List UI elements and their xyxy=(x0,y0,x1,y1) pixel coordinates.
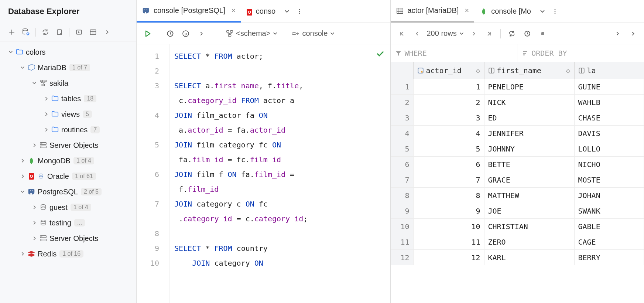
cell-first-name[interactable]: GRACE xyxy=(484,172,575,187)
tab-overflow-dropdown[interactable] xyxy=(281,8,292,14)
cell-first-name[interactable]: ED xyxy=(484,110,575,125)
reload-button[interactable] xyxy=(506,28,518,40)
jump-to-console-button[interactable] xyxy=(54,27,65,37)
open-query-console-button[interactable] xyxy=(74,27,84,37)
orderby-filter-input[interactable]: ORDER BY xyxy=(517,44,644,62)
table-row[interactable]: 55JOHNNYLOLLO xyxy=(391,141,644,157)
table-row[interactable]: 1010CHRISTIANGABLE xyxy=(391,219,644,234)
cell-last-name[interactable]: WAHLB xyxy=(575,95,644,110)
tree-db-oracle[interactable]: O Oracle 1 of 61 xyxy=(0,168,136,184)
first-page-button[interactable] xyxy=(396,28,408,40)
explain-plan-button[interactable]: p xyxy=(180,28,192,40)
run-button[interactable] xyxy=(142,28,154,40)
table-row[interactable]: 22NICKWAHLB xyxy=(391,95,644,110)
cell-first-name[interactable]: KARL xyxy=(484,250,575,265)
tree-db-redis[interactable]: Redis 1 of 16 xyxy=(0,246,136,262)
sort-icon[interactable]: ◇ xyxy=(566,66,570,75)
cell-last-name[interactable]: GUINE xyxy=(575,79,644,94)
cell-first-name[interactable]: PENELOPE xyxy=(484,79,575,94)
prev-page-button[interactable] xyxy=(411,28,423,40)
inspection-ok-icon[interactable] xyxy=(376,50,384,58)
tree-schema-sakila[interactable]: sakila xyxy=(0,75,136,91)
more-tools-button[interactable] xyxy=(627,28,639,40)
tree-db-guest[interactable]: guest 1 of 4 xyxy=(0,200,136,215)
table-row[interactable]: 11PENELOPEGUINE xyxy=(391,79,644,95)
tree-db-testing[interactable]: testing ... xyxy=(0,215,136,231)
tree-db-postgres[interactable]: PostgreSQL 2 of 5 xyxy=(0,184,136,200)
cell-first-name[interactable]: MATTHEW xyxy=(484,188,575,203)
close-icon[interactable]: × xyxy=(232,6,236,15)
tab-more-button[interactable] xyxy=(293,8,306,14)
cell-last-name[interactable]: MOSTE xyxy=(575,172,644,187)
cell-first-name[interactable]: JOE xyxy=(484,203,575,218)
code-editor[interactable]: 123 4 5 6 7 8910 SELECT * FROM actor; SE… xyxy=(137,44,390,303)
last-page-button[interactable] xyxy=(483,28,495,40)
next-page-button[interactable] xyxy=(468,28,480,40)
tab-console-postgres[interactable]: console [PostgreSQL] × xyxy=(137,0,241,23)
open-table-button[interactable] xyxy=(88,27,98,37)
page-rows-selector[interactable]: 200 rows xyxy=(427,29,464,38)
tree-db-mariadb[interactable]: MariaDB 1 of 7 xyxy=(0,60,136,75)
tab-console-oracle[interactable]: O conso xyxy=(242,0,281,23)
tree-server-objects[interactable]: Server Objects xyxy=(0,231,136,246)
column-header-last-name[interactable]: la xyxy=(575,62,644,79)
cell-last-name[interactable]: BERRY xyxy=(575,250,644,265)
tab-actor-mariadb[interactable]: actor [MariaDB] × xyxy=(391,0,475,23)
next-result-button[interactable] xyxy=(612,28,623,40)
cell-last-name[interactable]: SWANK xyxy=(575,203,644,218)
stop-button[interactable] xyxy=(537,28,549,40)
more-button[interactable] xyxy=(102,27,112,37)
code-body[interactable]: SELECT * FROM actor; SELECT a.first_name… xyxy=(170,44,308,303)
cell-actor-id[interactable]: 1 xyxy=(414,79,484,94)
where-filter-input[interactable]: WHERE xyxy=(391,44,518,62)
tab-console-mongo[interactable]: console [Mo xyxy=(475,0,536,23)
tree-folder-views[interactable]: views 5 xyxy=(0,106,136,122)
schema-selector[interactable]: <schema> xyxy=(226,29,278,38)
table-row[interactable]: 77GRACEMOSTE xyxy=(391,172,644,188)
cell-actor-id[interactable]: 9 xyxy=(414,203,484,218)
cell-last-name[interactable]: JOHAN xyxy=(575,188,644,203)
cell-actor-id[interactable]: 5 xyxy=(414,141,484,156)
tree-server-objects[interactable]: Server Objects xyxy=(0,137,136,153)
cell-actor-id[interactable]: 2 xyxy=(414,95,484,110)
cell-last-name[interactable]: NICHO xyxy=(575,157,644,172)
pending-changes-button[interactable] xyxy=(521,28,533,40)
cell-last-name[interactable]: CHASE xyxy=(575,110,644,125)
cell-last-name[interactable]: CAGE xyxy=(575,234,644,249)
cell-first-name[interactable]: CHRISTIAN xyxy=(484,219,575,234)
refresh-button[interactable] xyxy=(40,27,51,37)
sort-icon[interactable]: ◇ xyxy=(476,66,480,75)
cell-first-name[interactable]: JOHNNY xyxy=(484,141,575,156)
cell-first-name[interactable]: BETTE xyxy=(484,157,575,172)
table-row[interactable]: 1111ZEROCAGE xyxy=(391,234,644,250)
tree-folder-tables[interactable]: tables 18 xyxy=(0,91,136,106)
table-row[interactable]: 44JENNIFERDAVIS xyxy=(391,126,644,141)
next-statement-button[interactable] xyxy=(195,28,207,40)
cell-actor-id[interactable]: 11 xyxy=(414,234,484,249)
cell-last-name[interactable]: GABLE xyxy=(575,219,644,234)
cell-last-name[interactable]: DAVIS xyxy=(575,126,644,141)
tree-group-colors[interactable]: colors xyxy=(0,44,136,60)
tab-more-button[interactable] xyxy=(549,8,561,14)
table-row[interactable]: 33EDCHASE xyxy=(391,110,644,126)
tab-overflow-dropdown[interactable] xyxy=(537,8,548,14)
cell-actor-id[interactable]: 12 xyxy=(414,250,484,265)
tx-mode-selector[interactable]: console xyxy=(291,29,335,38)
tree-folder-routines[interactable]: routines 7 xyxy=(0,122,136,137)
table-row[interactable]: 1212KARLBERRY xyxy=(391,250,644,265)
history-button[interactable] xyxy=(164,28,176,40)
cell-actor-id[interactable]: 3 xyxy=(414,110,484,125)
cell-actor-id[interactable]: 10 xyxy=(414,219,484,234)
table-row[interactable]: 88MATTHEWJOHAN xyxy=(391,188,644,203)
close-icon[interactable]: × xyxy=(465,6,469,15)
cell-first-name[interactable]: JENNIFER xyxy=(484,126,575,141)
table-row[interactable]: 99JOESWANK xyxy=(391,203,644,219)
cell-first-name[interactable]: NICK xyxy=(484,95,575,110)
cell-actor-id[interactable]: 4 xyxy=(414,126,484,141)
cell-actor-id[interactable]: 8 xyxy=(414,188,484,203)
cell-actor-id[interactable]: 6 xyxy=(414,157,484,172)
datasource-properties-button[interactable] xyxy=(21,27,31,37)
table-row[interactable]: 66BETTENICHO xyxy=(391,157,644,172)
tree-db-mongodb[interactable]: MongoDB 1 of 4 xyxy=(0,153,136,168)
add-datasource-button[interactable] xyxy=(7,27,17,37)
